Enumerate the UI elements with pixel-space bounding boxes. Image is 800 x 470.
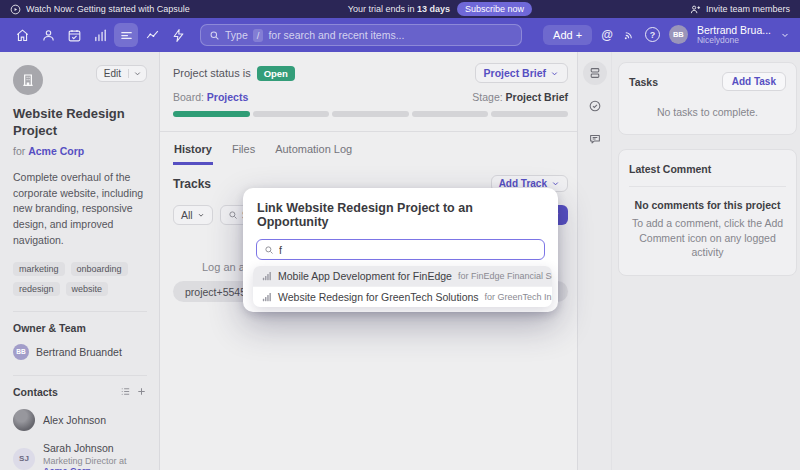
owner-team-section: Owner & Team BB Bertrand Bruandet (13, 311, 147, 360)
contact-initials-avatar: SJ (13, 448, 35, 470)
tasks-check-icon[interactable] (583, 94, 607, 118)
owner-row[interactable]: BB Bertrand Bruandet (13, 344, 147, 360)
subscribe-now-button[interactable]: Subscribe now (457, 2, 532, 16)
tracks-header: Tracks (173, 177, 211, 191)
tag[interactable]: onboarding (71, 262, 128, 276)
home-icon[interactable] (10, 23, 34, 47)
contact-photo-avatar (13, 409, 35, 431)
user-menu[interactable]: Bertrand Brua... Nicelydone (697, 24, 771, 46)
main-tabs: History Files Automation Log (160, 138, 577, 165)
trend-icon[interactable] (140, 23, 164, 47)
tasks-panel: Tasks Add Task No tasks to complete. (618, 62, 797, 135)
trial-text: Your trial ends in 13 days (348, 4, 450, 14)
opportunity-icon (262, 292, 272, 302)
contacts-header: Contacts (13, 386, 58, 398)
stage-progress (173, 111, 568, 117)
opportunity-result-item[interactable]: Website Redesign for GreenTech Solutions… (253, 286, 552, 307)
comments-icon[interactable] (583, 127, 607, 151)
contact-role: Marketing Director at Acme Corp (43, 456, 147, 470)
opportunity-result-item[interactable]: Mobile App Development for FinEdge for F… (253, 266, 552, 286)
contact-name: Sarah Johnson (43, 442, 147, 454)
owner-team-header: Owner & Team (13, 322, 147, 334)
sales-chart-icon[interactable] (88, 23, 112, 47)
right-icon-rail (578, 52, 612, 470)
opportunity-search-field[interactable] (256, 239, 545, 260)
chevron-down-icon (550, 69, 559, 78)
navbar-right: Add + @ ? BB Bertrand Brua... Nicelydone (543, 24, 790, 46)
invite-label: Invite team members (706, 4, 790, 14)
opportunity-name: Mobile App Development for FinEdge (278, 270, 452, 282)
panels-overview-icon[interactable] (583, 61, 607, 85)
contacts-section: Contacts Alex Johnson SJ (13, 375, 147, 470)
contact-name: Alex Johnson (43, 414, 106, 426)
comment-empty-title: No comments for this project (629, 199, 786, 211)
search-hint-label: for search and recent items... (268, 29, 404, 41)
user-org: Nicelydone (697, 36, 771, 46)
trial-days: 13 days (417, 4, 450, 14)
play-icon (10, 4, 21, 15)
global-search-input[interactable]: Type / for search and recent items... (200, 24, 522, 46)
project-sidebar: Edit Website Redesign Project for Acme C… (0, 52, 160, 470)
filter-all-dropdown[interactable]: All (173, 205, 213, 225)
people-icon[interactable] (36, 23, 60, 47)
tasks-header: Tasks (629, 76, 658, 88)
tag-list: marketing onboarding redesign website (13, 262, 147, 296)
latest-comment-header: Latest Comment (629, 163, 711, 175)
list-view-icon[interactable] (120, 386, 131, 397)
search-icon (264, 245, 274, 255)
edit-button[interactable]: Edit (96, 65, 147, 82)
company-link[interactable]: Acme Corp (28, 145, 84, 157)
search-icon (209, 30, 220, 41)
modal-title: Link Website Redesign Project to an Oppo… (243, 188, 558, 229)
search-icon (228, 210, 238, 220)
edit-label: Edit (97, 68, 128, 79)
slash-key-hint: / (253, 29, 264, 42)
chevron-down-icon[interactable] (128, 69, 146, 78)
opportunity-icon (262, 271, 272, 281)
tag[interactable]: website (66, 282, 109, 296)
opportunity-name: Website Redesign for GreenTech Solutions (278, 291, 479, 303)
opportunity-company: for FinEdge Financial Services (458, 271, 552, 281)
contact-row[interactable]: Alex Johnson (13, 409, 147, 431)
owner-name: Bertrand Bruandet (36, 346, 122, 358)
help-icon[interactable]: ? (645, 27, 660, 42)
board-link[interactable]: Projects (207, 91, 248, 103)
building-icon (20, 72, 36, 88)
tag[interactable]: redesign (13, 282, 60, 296)
link-opportunity-modal: Link Website Redesign Project to an Oppo… (243, 188, 558, 312)
invite-team-members-button[interactable]: Invite team members (690, 4, 790, 15)
add-task-button[interactable]: Add Task (722, 72, 786, 91)
tag[interactable]: marketing (13, 262, 65, 276)
watch-now-label: Watch Now: Getting started with Capsule (26, 4, 190, 14)
watch-now-link[interactable]: Watch Now: Getting started with Capsule (10, 4, 190, 15)
right-panels: Tasks Add Task No tasks to complete. Lat… (612, 52, 800, 470)
mentions-icon[interactable]: @ (601, 28, 613, 42)
owner-avatar: BB (13, 344, 29, 360)
add-button[interactable]: Add + (543, 25, 592, 45)
project-title: Website Redesign Project (13, 106, 147, 140)
calendar-icon[interactable] (62, 23, 86, 47)
broadcast-icon[interactable] (622, 28, 636, 42)
opportunity-search-input[interactable] (279, 244, 537, 256)
tab-files[interactable]: Files (231, 138, 256, 165)
contact-row[interactable]: SJ Sarah Johnson Marketing Director at A… (13, 442, 147, 470)
bolt-icon[interactable] (166, 23, 190, 47)
chevron-down-icon[interactable] (780, 30, 790, 40)
stage-selector-button[interactable]: Project Brief (475, 63, 568, 83)
add-contact-icon[interactable] (136, 386, 147, 397)
capsule-app-window: Watch Now: Getting started with Capsule … (0, 0, 800, 470)
project-avatar (13, 65, 43, 95)
projects-icon[interactable] (114, 23, 138, 47)
latest-comment-panel: Latest Comment No comments for this proj… (618, 149, 797, 276)
trial-info: Your trial ends in 13 days Subscribe now (348, 2, 532, 16)
board-label: Board: Projects (173, 91, 248, 103)
company-link[interactable]: Acme Corp (43, 466, 91, 470)
divider (629, 186, 786, 187)
trial-banner: Watch Now: Getting started with Capsule … (0, 0, 800, 18)
stage-label: Stage: Project Brief (472, 91, 568, 103)
person-plus-icon (690, 4, 701, 15)
tab-history[interactable]: History (173, 138, 213, 165)
tasks-empty-message: No tasks to complete. (629, 91, 786, 125)
tab-automation-log[interactable]: Automation Log (274, 138, 353, 165)
user-avatar[interactable]: BB (669, 25, 688, 44)
